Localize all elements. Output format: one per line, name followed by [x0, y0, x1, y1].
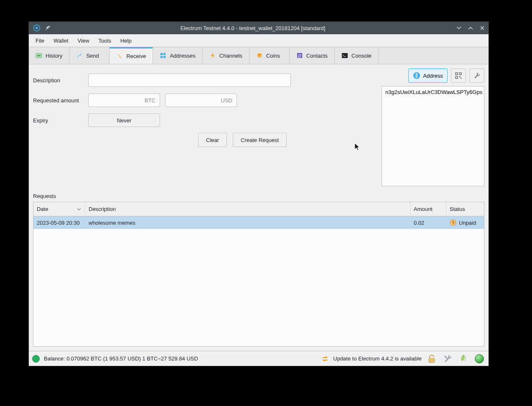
right-panel: ₿ Address n3g2sUwiXLuLaUrC3DWawLSPTy6Gps: [382, 69, 484, 186]
sort-indicator-icon: [76, 207, 81, 212]
tab-channels[interactable]: Channels: [203, 47, 249, 64]
table-row[interactable]: 2023-05-09 20:30 wholesome memes 0.02 Un…: [33, 216, 484, 229]
svg-rect-19: [459, 73, 461, 75]
menubar: File Wallet View Tools Help: [29, 34, 489, 47]
window-title: Electrum Testnet 4.4.0 - testnet_wallet_…: [51, 25, 455, 31]
seed-icon[interactable]: [458, 353, 469, 365]
tab-label: Addresses: [170, 53, 195, 59]
clear-button[interactable]: Clear: [198, 133, 227, 147]
cell-status: Unpaid: [446, 219, 484, 226]
menu-file[interactable]: File: [31, 36, 48, 46]
requests-label: Requests: [33, 193, 484, 199]
network-indicator-icon[interactable]: [473, 353, 485, 365]
balance-text: Balance: 0.070962 BTC (1 953.57 USD) 1 B…: [44, 355, 198, 362]
menu-wallet[interactable]: Wallet: [49, 36, 73, 46]
channels-icon: [209, 52, 216, 59]
history-icon: [36, 52, 42, 59]
address-button[interactable]: ₿ Address: [408, 69, 448, 83]
amount-btc-input[interactable]: [88, 94, 160, 107]
menu-view[interactable]: View: [74, 36, 94, 46]
address-text: n3g2sUwiXLuLaUrC3DWawLSPTy6Gps: [385, 89, 482, 95]
tab-send[interactable]: Send: [69, 47, 109, 64]
statusbar: Balance: 0.070962 BTC (1 953.57 USD) 1 B…: [29, 351, 489, 366]
pin-icon[interactable]: [45, 25, 51, 31]
wrench-icon: [473, 72, 481, 79]
cell-date: 2023-05-09 20:30: [33, 220, 85, 226]
maximize-button[interactable]: [467, 24, 474, 32]
table-header: Date Description Amount Status: [33, 202, 484, 216]
svg-rect-14: [342, 53, 348, 58]
svg-rect-4: [37, 55, 41, 56]
tab-console[interactable]: Console: [335, 47, 379, 64]
update-icon: [321, 355, 329, 363]
tab-coins[interactable]: Coins: [249, 47, 290, 64]
console-icon: [341, 52, 348, 59]
svg-rect-20: [456, 76, 458, 79]
qr-icon: [455, 72, 462, 79]
tab-label: History: [46, 53, 62, 59]
amount-usd-input[interactable]: [165, 94, 237, 107]
tab-receive[interactable]: Receive: [109, 47, 153, 64]
svg-rect-22: [461, 78, 461, 79]
col-status[interactable]: Status: [446, 202, 484, 216]
svg-text:@: @: [298, 53, 302, 58]
requests-table: Date Description Amount Status 2023-05-0…: [33, 202, 484, 347]
expiry-select[interactable]: Never: [88, 114, 160, 127]
requested-amount-label: Requested amount: [33, 97, 88, 104]
lock-icon[interactable]: [426, 353, 438, 365]
svg-rect-6: [163, 53, 165, 55]
svg-point-11: [257, 56, 262, 58]
svg-point-2: [48, 26, 50, 28]
send-icon: [76, 52, 83, 59]
svg-rect-21: [459, 76, 460, 77]
col-description[interactable]: Description: [85, 202, 410, 216]
address-display[interactable]: n3g2sUwiXLuLaUrC3DWawLSPTy6Gps: [382, 86, 484, 186]
svg-point-1: [36, 27, 38, 29]
titlebar: Electrum Testnet 4.4.0 - testnet_wallet_…: [29, 22, 489, 34]
col-amount[interactable]: Amount: [410, 202, 446, 216]
tab-contacts[interactable]: @ Contacts: [290, 47, 335, 64]
update-text[interactable]: Update to Electrum 4.4.2 is available: [333, 355, 422, 362]
svg-rect-5: [160, 53, 163, 55]
col-date[interactable]: Date: [33, 202, 85, 216]
description-label: Description: [33, 77, 88, 84]
upper-panel: Description Requested amount Expiry Neve…: [33, 69, 484, 186]
minimize-button[interactable]: [455, 24, 463, 32]
svg-rect-24: [429, 358, 435, 363]
svg-rect-7: [160, 56, 163, 58]
network-status-icon[interactable]: [32, 355, 40, 363]
app-window: Electrum Testnet 4.4.0 - testnet_wallet_…: [28, 21, 489, 366]
create-request-button[interactable]: Create Request: [233, 133, 287, 147]
contacts-icon: @: [296, 52, 303, 59]
svg-rect-18: [456, 73, 458, 75]
tab-label: Receive: [126, 53, 146, 59]
description-input[interactable]: [88, 74, 291, 87]
expiry-label: Expiry: [33, 117, 88, 124]
tabbar: History Send Receive Addresses Channels …: [29, 47, 489, 64]
tab-label: Contacts: [306, 53, 328, 59]
clock-icon: [450, 219, 456, 226]
svg-text:₿: ₿: [415, 73, 418, 78]
receive-form: Description Requested amount Expiry Neve…: [33, 69, 377, 186]
tab-label: Channels: [219, 53, 242, 59]
cell-amount: 0.02: [410, 220, 446, 226]
tab-label: Console: [351, 53, 372, 59]
tools-button[interactable]: [469, 69, 484, 83]
window-controls: [455, 24, 486, 32]
preferences-icon[interactable]: [442, 353, 453, 365]
app-icon: [33, 24, 41, 32]
menu-tools[interactable]: Tools: [94, 36, 115, 46]
close-button[interactable]: [479, 24, 486, 32]
address-button-label: Address: [423, 73, 443, 79]
table-body: 2023-05-09 20:30 wholesome memes 0.02 Un…: [33, 216, 484, 346]
content-area: Description Requested amount Expiry Neve…: [29, 64, 489, 351]
tab-label: Send: [86, 53, 99, 59]
svg-rect-8: [163, 56, 165, 58]
tab-addresses[interactable]: Addresses: [153, 47, 202, 64]
menu-help[interactable]: Help: [116, 36, 136, 46]
qr-button[interactable]: [451, 69, 466, 83]
tab-history[interactable]: History: [29, 47, 69, 64]
bitcoin-icon: ₿: [413, 72, 420, 79]
addresses-icon: [160, 52, 166, 59]
cell-description: wholesome memes: [85, 220, 410, 226]
